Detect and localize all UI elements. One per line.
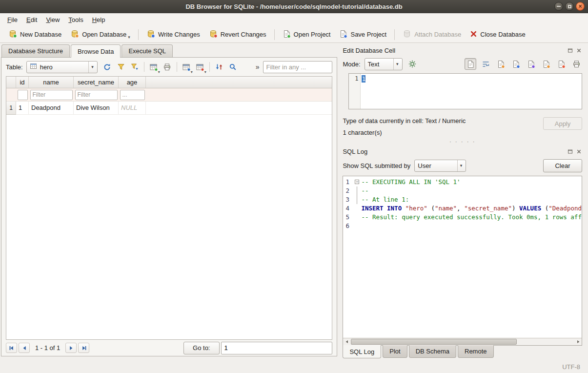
filter-input-secret_name[interactable] (75, 90, 118, 100)
first-record-button[interactable] (6, 343, 17, 353)
main-toolbar: New DatabaseOpen Database▾Write ChangesR… (0, 26, 588, 43)
maximize-button[interactable] (565, 2, 574, 11)
scroll-right-arrow-icon[interactable] (574, 338, 582, 345)
tab-remote[interactable]: Remote (458, 345, 494, 358)
table-combobox[interactable]: hero ▾ (26, 61, 98, 73)
scrollbar-thumb[interactable] (351, 339, 516, 345)
float-dock-icon[interactable] (567, 148, 573, 155)
column-header-secret_name[interactable]: secret_name (74, 77, 119, 88)
write-changes-button[interactable]: Write Changes (142, 27, 204, 41)
print-cell-icon[interactable] (570, 58, 582, 70)
new-record-icon[interactable]: ▾ (180, 61, 193, 73)
submitter-combobox[interactable]: User ▾ (414, 160, 466, 172)
export-data-icon[interactable] (540, 58, 552, 70)
gear-icon[interactable] (406, 58, 418, 70)
goto-button[interactable]: Go to: (183, 342, 219, 354)
sql-log-editor: 1−-- EXECUTING ALL IN 'SQL 1'2--3-- At l… (343, 176, 582, 346)
cell-editor-content[interactable]: 1 (361, 74, 366, 109)
mode-combobox[interactable]: Text ▾ (365, 58, 403, 70)
horizontal-scrollbar[interactable] (343, 338, 582, 345)
grid-header-filler (146, 77, 332, 88)
minimize-button[interactable] (554, 2, 563, 11)
word-wrap-icon[interactable] (480, 58, 491, 70)
set-null-icon[interactable] (555, 58, 567, 70)
import-data-icon[interactable] (525, 58, 537, 70)
column-header-age[interactable]: age (119, 77, 146, 88)
edit-cell-toolbar: Mode: Text ▾ (341, 56, 584, 72)
save-file-icon[interactable] (510, 58, 522, 70)
close-dock-icon[interactable] (576, 47, 582, 54)
print-records-icon[interactable] (161, 61, 174, 73)
button-label: New Database (20, 31, 61, 38)
tab-execute-sql[interactable]: Execute SQL (122, 44, 173, 57)
chevron-down-icon: ▾ (393, 59, 401, 70)
scrollbar-track[interactable] (350, 338, 574, 345)
tab-sql-log[interactable]: SQL Log (343, 345, 381, 358)
revert-changes-button[interactable]: Revert Changes (204, 27, 271, 41)
attach-database-icon (403, 29, 411, 40)
goto-input[interactable] (221, 342, 332, 354)
cell-secret_name[interactable]: Dive Wilson (74, 102, 119, 115)
tab-database-structure[interactable]: Database Structure (1, 44, 70, 57)
scroll-left-arrow-icon[interactable] (343, 338, 350, 345)
tab-browse-data[interactable]: Browse Data (71, 44, 121, 58)
menu-item-view[interactable]: View (41, 14, 64, 25)
open-database-button[interactable]: Open Database▾ (66, 27, 135, 41)
sql-token-comment: -- At line 1: (361, 196, 409, 203)
dropdown-arrow-icon: ▾ (191, 70, 193, 74)
table-row[interactable]: 11DeadpondDive WilsonNULL (6, 102, 332, 115)
column-header-id[interactable]: id (16, 77, 29, 88)
clear-all-filters-icon[interactable] (115, 61, 127, 73)
float-dock-icon[interactable] (567, 47, 573, 54)
filter-input-name[interactable] (30, 90, 73, 100)
find-in-table-icon[interactable] (226, 61, 239, 73)
menu-item-help[interactable]: Help (88, 14, 110, 25)
cell-id[interactable]: 1 (16, 102, 29, 115)
filter-input-age[interactable] (120, 90, 145, 100)
next-record-button[interactable] (65, 343, 77, 353)
dock-splitter-handle[interactable] (341, 140, 584, 146)
save-filter-icon[interactable] (128, 61, 141, 73)
cell-editor-line-number: 1 (349, 74, 361, 109)
cell-char-count: 1 character(s) (343, 129, 582, 136)
column-header-name[interactable]: name (29, 77, 74, 88)
toolbar-separator (394, 29, 395, 40)
delete-record-icon[interactable]: ▾ (194, 61, 206, 73)
last-record-button[interactable] (78, 343, 89, 353)
filter-any-column-input[interactable] (263, 61, 332, 73)
clear-button[interactable]: Clear (543, 159, 582, 172)
menu-bar: FileEditViewToolsHelp (0, 13, 588, 26)
cell-editor[interactable]: 1 1 (348, 73, 582, 109)
toolbar-overflow-chevron[interactable]: » (256, 63, 260, 71)
browse-controls: Table: hero ▾ ▾▾▾ » (1, 58, 337, 76)
cell-age[interactable]: NULL (119, 102, 146, 115)
close-window-button[interactable]: × (576, 2, 585, 11)
new-database-button[interactable]: New Database (4, 27, 66, 41)
row-filler (146, 102, 332, 115)
filter-input-id[interactable] (18, 90, 28, 100)
menu-item-file[interactable]: File (3, 14, 22, 25)
sql-token-string: "secret_name" (464, 205, 512, 212)
main-tab-bar: Database StructureBrowse DataExecute SQL (1, 43, 337, 57)
close-dock-icon[interactable] (576, 148, 582, 155)
open-file-icon[interactable] (495, 58, 507, 70)
record-navigation: 1 - 1 of 1 Go to: (1, 340, 337, 356)
toolbar-separator (177, 62, 177, 72)
open-project-button[interactable]: Open Project (278, 28, 335, 41)
refresh-icon[interactable] (101, 61, 114, 73)
fold-marker-icon[interactable]: − (354, 178, 361, 186)
save-project-button[interactable]: Save Project (335, 28, 391, 41)
menu-item-edit[interactable]: Edit (22, 14, 41, 25)
text-view-icon[interactable] (465, 58, 476, 70)
tab-plot[interactable]: Plot (383, 345, 407, 358)
jump-to-row-icon[interactable] (213, 61, 225, 73)
tab-db-schema[interactable]: DB Schema (409, 345, 456, 358)
revert-changes-icon (209, 29, 218, 40)
menu-item-tools[interactable]: Tools (64, 14, 87, 25)
grid-corner-header[interactable] (6, 77, 16, 88)
insert-record-icon[interactable]: ▾ (147, 61, 160, 73)
previous-record-button[interactable] (19, 343, 30, 353)
minimize-icon (557, 6, 561, 7)
close-database-button[interactable]: Close Database (466, 28, 530, 41)
cell-name[interactable]: Deadpond (29, 102, 74, 115)
